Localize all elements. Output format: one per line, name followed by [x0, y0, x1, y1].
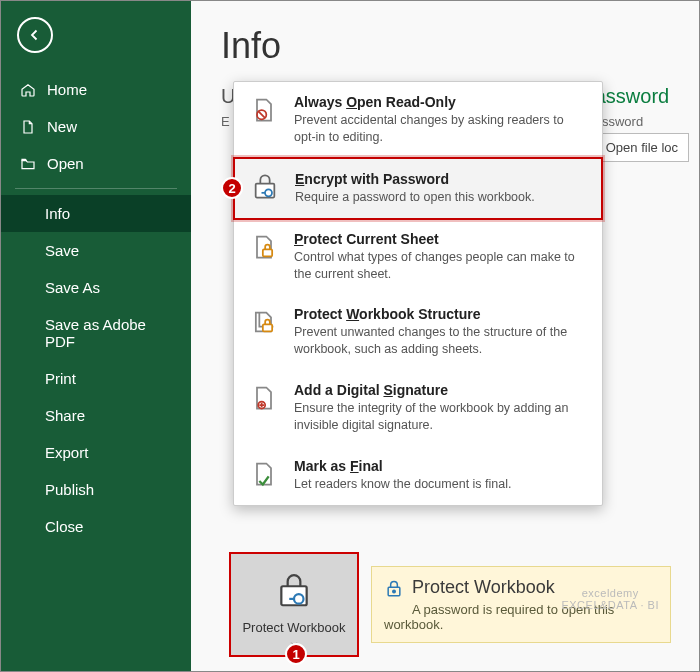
home-icon [19, 82, 37, 98]
annotation-step-1: 1 [285, 643, 307, 665]
info-right-fragment: assword assword Open file loc [595, 85, 699, 162]
nav-separator [15, 188, 177, 189]
nav-label: Share [45, 407, 85, 424]
nav-label: Open [47, 155, 84, 172]
read-only-icon [248, 94, 280, 126]
nav-secondary: Info Save Save As Save as Adobe PDF Prin… [1, 195, 191, 545]
nav-close[interactable]: Close [1, 508, 191, 545]
menu-item-title: Protect Workbook Structure [294, 306, 588, 322]
nav-label: Save as Adobe PDF [45, 316, 173, 350]
menu-add-digital-signature[interactable]: Add a Digital Signature Ensure the integ… [234, 370, 602, 446]
encrypt-icon [249, 171, 281, 203]
nav-label: Info [45, 205, 70, 222]
nav-save[interactable]: Save [1, 232, 191, 269]
menu-item-desc: Prevent unwanted changes to the structur… [294, 324, 588, 358]
nav-label: Print [45, 370, 76, 387]
new-icon [19, 119, 37, 135]
nav-home[interactable]: Home [1, 71, 191, 108]
back-button[interactable] [17, 17, 53, 53]
open-file-location-button[interactable]: Open file loc [595, 133, 689, 162]
password-sub-fragment: assword [595, 114, 689, 129]
menu-always-open-read-only[interactable]: Always Open Read-Only Prevent accidental… [234, 82, 602, 158]
protect-workbook-button[interactable]: Protect Workbook 1 [229, 552, 359, 657]
back-arrow-icon [26, 26, 44, 44]
password-label-fragment: assword [595, 85, 689, 108]
menu-item-desc: Prevent accidental changes by asking rea… [294, 112, 588, 146]
nav-label: Export [45, 444, 88, 461]
protect-summary-title: Protect Workbook [384, 577, 658, 598]
menu-item-desc: Control what types of changes people can… [294, 249, 588, 283]
nav-label: Close [45, 518, 83, 535]
menu-protect-current-sheet[interactable]: Protect Current Sheet Control what types… [234, 219, 602, 295]
nav-new[interactable]: New [1, 108, 191, 145]
protect-structure-icon [248, 306, 280, 338]
menu-item-desc: Let readers know the document is final. [294, 476, 511, 493]
nav-label: Save As [45, 279, 100, 296]
svg-point-1 [393, 590, 396, 593]
lock-key-icon [275, 572, 313, 614]
nav-save-as-adobe-pdf[interactable]: Save as Adobe PDF [1, 306, 191, 360]
protect-card-label: Protect Workbook [242, 620, 345, 636]
backstage-sidebar: Home New Open Info Save Save As Save as … [1, 1, 191, 671]
svg-rect-8 [263, 325, 272, 332]
nav-open[interactable]: Open [1, 145, 191, 182]
menu-item-desc: Ensure the integrity of the workbook by … [294, 400, 588, 434]
nav-label: Home [47, 81, 87, 98]
protect-summary-desc: A password is required to open this work… [384, 602, 658, 632]
menu-mark-as-final[interactable]: Mark as Final Let readers know the docum… [234, 446, 602, 505]
menu-item-title: Mark as Final [294, 458, 511, 474]
menu-encrypt-with-password[interactable]: 2 Encrypt with Password Require a passwo… [233, 157, 603, 220]
menu-item-desc: Require a password to open this workbook… [295, 189, 535, 206]
digital-signature-icon [248, 382, 280, 414]
open-icon [19, 156, 37, 172]
lock-key-icon [384, 579, 404, 603]
menu-item-title: Protect Current Sheet [294, 231, 588, 247]
protect-sheet-icon [248, 231, 280, 263]
menu-protect-workbook-structure[interactable]: Protect Workbook Structure Prevent unwan… [234, 294, 602, 370]
protect-summary-panel: Protect Workbook A password is required … [371, 566, 671, 643]
nav-primary: Home New Open [1, 71, 191, 182]
menu-item-title: Add a Digital Signature [294, 382, 588, 398]
nav-label: Publish [45, 481, 94, 498]
nav-label: Save [45, 242, 79, 259]
nav-share[interactable]: Share [1, 397, 191, 434]
nav-label: New [47, 118, 77, 135]
nav-publish[interactable]: Publish [1, 471, 191, 508]
nav-save-as[interactable]: Save As [1, 269, 191, 306]
svg-rect-7 [263, 249, 272, 256]
menu-item-title: Encrypt with Password [295, 171, 535, 187]
nav-export[interactable]: Export [1, 434, 191, 471]
nav-info[interactable]: Info [1, 195, 191, 232]
menu-item-title: Always Open Read-Only [294, 94, 588, 110]
protect-workbook-menu: Always Open Read-Only Prevent accidental… [233, 81, 603, 506]
page-title: Info [221, 25, 699, 67]
nav-print[interactable]: Print [1, 360, 191, 397]
annotation-step-2: 2 [221, 177, 243, 199]
mark-final-icon [248, 458, 280, 490]
